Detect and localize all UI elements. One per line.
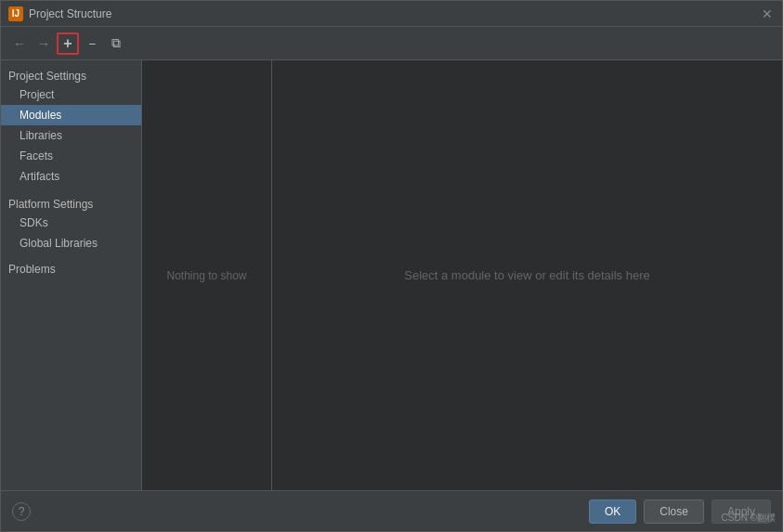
footer: ? OK Close Apply bbox=[1, 490, 782, 531]
footer-right: OK Close Apply bbox=[589, 500, 771, 524]
project-structure-window: IJ Project Structure ✕ ← → + − ⧉ Project… bbox=[0, 0, 783, 532]
sidebar-item-modules[interactable]: Modules bbox=[1, 105, 141, 125]
platform-settings-label: Platform Settings bbox=[1, 192, 141, 213]
sidebar: Project Settings Project Modules Librari… bbox=[1, 60, 142, 490]
footer-left: ? bbox=[12, 502, 31, 521]
center-panel: Nothing to show bbox=[142, 60, 272, 490]
project-settings-label: Project Settings bbox=[1, 64, 141, 84]
back-button[interactable]: ← bbox=[8, 32, 31, 55]
titlebar: IJ Project Structure ✕ bbox=[1, 1, 782, 27]
copy-button[interactable]: ⧉ bbox=[105, 32, 127, 55]
add-button[interactable]: + bbox=[57, 32, 79, 55]
sidebar-item-project[interactable]: Project bbox=[1, 84, 141, 105]
sidebar-item-sdks[interactable]: SDKs bbox=[1, 213, 141, 233]
app-icon: IJ bbox=[8, 6, 23, 21]
main-content: Project Settings Project Modules Librari… bbox=[1, 60, 782, 490]
sidebar-item-facets[interactable]: Facets bbox=[1, 146, 141, 166]
help-button[interactable]: ? bbox=[12, 502, 31, 521]
right-panel: Select a module to view or edit its deta… bbox=[272, 60, 782, 490]
sidebar-item-artifacts[interactable]: Artifacts bbox=[1, 166, 141, 187]
ok-button[interactable]: OK bbox=[589, 500, 636, 524]
close-button[interactable]: Close bbox=[644, 500, 704, 524]
module-hint-text: Select a module to view or edit its deta… bbox=[404, 268, 649, 282]
forward-button[interactable]: → bbox=[33, 32, 55, 55]
sidebar-item-global-libraries[interactable]: Global Libraries bbox=[1, 233, 141, 253]
close-icon[interactable]: ✕ bbox=[760, 6, 775, 21]
remove-button[interactable]: − bbox=[81, 32, 103, 55]
window-title: Project Structure bbox=[29, 7, 111, 20]
sidebar-item-libraries[interactable]: Libraries bbox=[1, 125, 141, 146]
empty-state-text: Nothing to show bbox=[166, 269, 246, 282]
apply-button[interactable]: Apply bbox=[711, 500, 771, 524]
toolbar: ← → + − ⧉ bbox=[1, 27, 782, 60]
titlebar-left: IJ Project Structure bbox=[8, 6, 111, 21]
sidebar-item-problems[interactable]: Problems bbox=[1, 259, 141, 279]
